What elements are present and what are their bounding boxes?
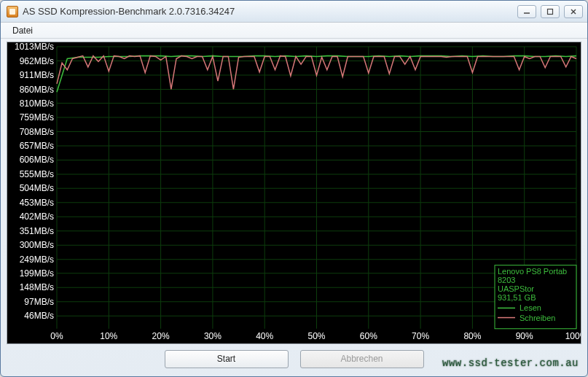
y-tick-label: 860MB/s [20, 84, 54, 94]
app-icon [7, 6, 18, 18]
chart-area: 46MB/s97MB/s148MB/s199MB/s249MB/s300MB/s… [7, 42, 581, 344]
y-tick-label: 1013MB/s [15, 42, 54, 52]
maximize-button[interactable] [541, 5, 560, 18]
menu-file[interactable]: Datei [7, 24, 39, 37]
y-tick-label: 911MB/s [20, 70, 54, 80]
legend-device2: 8203 [498, 276, 515, 284]
chart-canvas: 46MB/s97MB/s148MB/s199MB/s249MB/s300MB/s… [7, 42, 581, 343]
watermark: www.ssd-tester.com.au [442, 357, 579, 369]
minimize-button[interactable] [517, 5, 536, 18]
y-tick-label: 402MB/s [20, 211, 54, 222]
legend-capacity: 931,51 GB [498, 293, 536, 302]
y-tick-label: 962MB/s [20, 56, 54, 66]
y-tick-label: 453MB/s [20, 198, 54, 208]
x-tick-label: 100% [565, 331, 581, 341]
x-tick-label: 0% [50, 331, 63, 341]
menubar: Datei [1, 23, 587, 39]
y-tick-label: 148MB/s [20, 282, 54, 292]
x-tick-label: 60% [360, 331, 377, 341]
y-tick-label: 46MB/s [24, 311, 54, 321]
y-tick-label: 759MB/s [20, 112, 54, 123]
y-tick-label: 249MB/s [20, 254, 54, 265]
window-title: AS SSD Kompression-Benchmark 2.0.7316.34… [23, 6, 517, 17]
legend-read: Lesen [520, 303, 541, 312]
y-tick-label: 810MB/s [20, 98, 54, 109]
x-tick-label: 10% [100, 331, 117, 341]
titlebar: AS SSD Kompression-Benchmark 2.0.7316.34… [1, 1, 587, 23]
x-tick-label: 30% [204, 331, 222, 341]
y-tick-label: 708MB/s [20, 126, 54, 136]
app-window: AS SSD Kompression-Benchmark 2.0.7316.34… [0, 0, 588, 377]
y-tick-label: 300MB/s [20, 240, 54, 250]
button-row: Start Abbrechen www.ssd-tester.com.au [1, 347, 587, 376]
y-tick-label: 504MB/s [20, 183, 54, 193]
y-tick-label: 351MB/s [20, 226, 54, 236]
close-button[interactable] [564, 5, 583, 18]
window-controls [517, 5, 583, 18]
y-tick-label: 97MB/s [24, 297, 54, 307]
y-tick-label: 606MB/s [20, 155, 54, 165]
legend-driver: UASPStor [498, 284, 534, 293]
start-button[interactable]: Start [165, 350, 289, 368]
y-tick-label: 657MB/s [20, 141, 54, 151]
x-tick-label: 70% [412, 331, 429, 341]
y-tick-label: 555MB/s [20, 169, 54, 179]
x-tick-label: 20% [152, 331, 170, 341]
svg-rect-1 [548, 9, 553, 14]
legend-write: Schreiben [520, 314, 555, 322]
x-tick-label: 40% [256, 331, 273, 341]
legend-device: Lenovo PS8 Portab [498, 267, 567, 276]
x-tick-label: 50% [307, 331, 325, 341]
cancel-button: Abbrechen [300, 350, 424, 368]
x-tick-label: 90% [516, 331, 533, 341]
x-tick-label: 80% [463, 331, 481, 341]
y-tick-label: 199MB/s [20, 268, 54, 279]
